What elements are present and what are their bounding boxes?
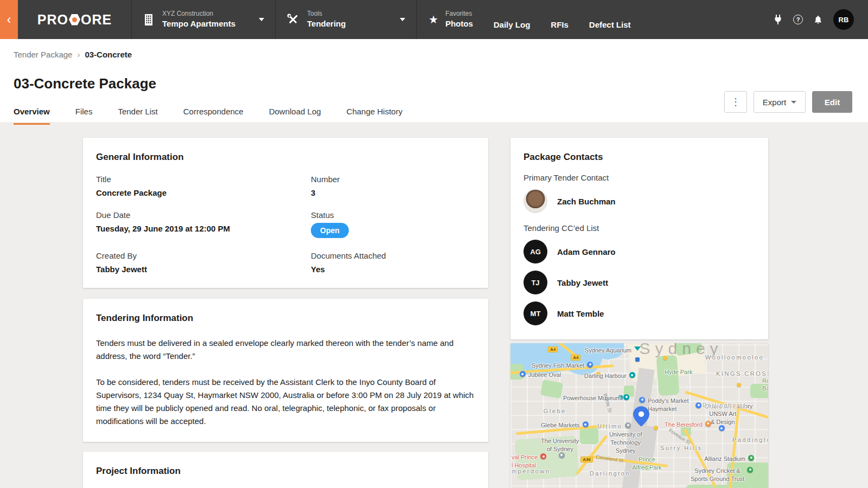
tendering-paragraph-2: To be considered, tenders must be receiv… [96,376,475,428]
map-label: Powerhouse Museum [563,394,629,402]
map-marker-icon [623,394,629,400]
road-badge: A4 [571,355,580,361]
map-label: The Universityof Sydney [541,437,579,453]
tab-download-log[interactable]: Download Log [269,107,321,125]
map-label: KINGS CROSS [716,370,768,378]
favorite-links: Daily Log RFIs Defect List [473,0,631,39]
map-label: Darling Harbour [584,372,635,380]
map-marker-icon [540,453,546,459]
map-label: PrinceAlfred Park [632,455,661,472]
help-icon[interactable]: ? [793,15,803,24]
nav-link-defect-list[interactable]: Defect List [589,10,631,29]
map-marker-icon [719,425,725,431]
contact-name: Tabby Jewett [557,278,608,287]
user-avatar[interactable]: RB [833,9,854,30]
map-label: Glebe Markets [541,421,589,429]
edit-button[interactable]: Edit [812,91,852,113]
breadcrumb: Tender Package › 03-Concrete [0,39,868,59]
procore-logo[interactable]: PRO ORE [18,0,132,39]
map-marker-icon [695,402,701,408]
map-label: Foveaux St [667,427,692,446]
map-label: Sydney Cricket &Sports Ground Trust [691,467,753,483]
favorite-photos-link[interactable]: ★ Favorites Photos [417,0,473,39]
notifications-bell-icon[interactable] [813,14,823,25]
field-documents-attached: Documents Attached Yes [311,251,475,274]
back-chevron-icon: ‹ [7,12,11,27]
map-label: Glebe [544,407,566,415]
nav-link-daily-log[interactable]: Daily Log [494,10,531,29]
more-options-kebab-button[interactable]: ⋮ [724,91,747,113]
project-picker[interactable]: XYZ Construction Tempo Apartments [132,0,276,39]
contact-name: Zach Buchman [557,197,616,206]
map-label: Hyde Park [665,368,692,376]
tendering-information-card: Tendering Information Tenders must be de… [83,299,488,442]
tab-files[interactable]: Files [75,107,93,125]
contact-initials-avatar: AG [524,240,547,264]
map-label: Surry Hills [660,444,703,452]
field-number: Number 3 [311,175,475,197]
road-badge: A4 [548,346,558,352]
company-name: XYZ Construction [162,10,235,18]
map-dot-marker [654,426,658,430]
map-label: University ofTechnologySydney [609,431,642,455]
tab-change-history[interactable]: Change History [347,107,403,125]
tool-picker[interactable]: Tools Tendering [276,0,417,39]
map-marker-icon [520,371,526,377]
nav-link-rfis[interactable]: RFIs [551,10,569,29]
top-navigation: ‹ PRO ORE XYZ Construction Tempo Apartme… [0,0,868,39]
favorites-photos: Photos [445,19,473,29]
card-heading: General Information [96,152,475,163]
cc-contact-row[interactable]: TJ Tabby Jewett [524,271,755,294]
tools-icon [286,13,299,26]
map-label: Ultimo [597,422,631,431]
map-marker-icon [625,422,631,428]
breadcrumb-separator-icon: › [77,50,80,59]
contact-name: Matt Temble [557,309,604,318]
map-label [559,452,565,458]
breadcrumb-parent-link[interactable]: Tender Package [14,50,72,59]
export-button[interactable]: Export [754,91,806,113]
location-map[interactable]: SydneySydney AquariumWoolloomoolooSydney… [510,343,768,488]
primary-contact-row[interactable]: Zach Buchman [524,189,755,213]
kebab-icon: ⋮ [731,96,741,108]
cc-contact-row[interactable]: AG Adam Gennaro [524,240,755,264]
chevron-down-icon [259,18,264,21]
field-created-by: Created By Tabby Jewett [96,251,311,274]
tendering-cc-list-label: Tendering CC’ed List [524,223,755,233]
tab-correspondence[interactable]: Correspondence [183,107,244,125]
page-title: 03-Concrete Package [14,75,868,92]
map-label: UNSW Art& Design [709,410,736,426]
map-marker-icon [583,421,589,427]
map-label: Jubilee Oval [520,371,561,379]
map-dot-marker [737,383,741,387]
contact-initials-avatar: MT [524,301,547,325]
tools-label: Tools [307,10,346,18]
contact-photo-avatar [524,189,547,213]
favorites-label: Favorites [445,10,473,18]
collapse-sidebar-button[interactable]: ‹ [0,0,18,39]
tab-overview[interactable]: Overview [14,107,50,125]
cc-contact-row[interactable]: MT Matt Temble [524,301,755,325]
card-heading: Tendering Information [96,313,475,324]
tab-tender-list[interactable]: Tender List [118,107,157,125]
contact-initials-avatar: TJ [524,271,547,294]
logo-nut-icon [69,14,80,25]
status-badge: Open [311,223,349,238]
package-contacts-card: Package Contacts Primary Tender Contact … [510,138,768,339]
primary-tender-contact-label: Primary Tender Contact [524,173,755,182]
map-marker-icon [629,372,635,378]
road-badge: A36 [580,457,593,463]
map-pin[interactable] [633,406,649,427]
field-status: Status Open [311,210,475,238]
contact-name: Adam Gennaro [557,247,616,256]
breadcrumb-current: 03-Concrete [85,50,132,59]
field-due-date: Due Date Tuesday, 29 June 2019 at 12:00 … [96,210,311,238]
map-label: Rushcutt [762,377,768,385]
map-marker-icon [634,346,641,351]
card-heading: Project Information [96,466,475,477]
chevron-down-icon [791,101,796,104]
map-label: Woolloomooloo [705,354,764,362]
map-label: Darlington [590,470,630,478]
project-information-card: Project Information [83,452,488,488]
marketplace-plug-icon[interactable] [773,14,783,25]
